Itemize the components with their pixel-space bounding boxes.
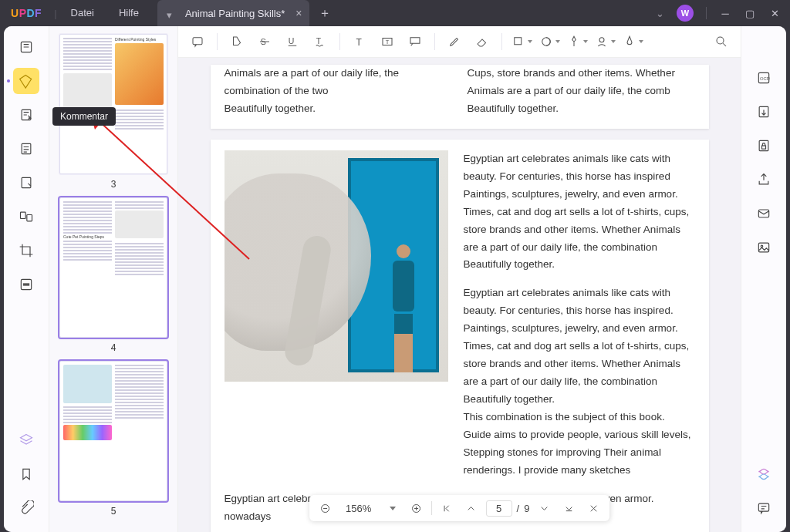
layers-button[interactable]	[13, 427, 39, 453]
zoom-out-button[interactable]	[316, 498, 336, 518]
email-button[interactable]	[751, 200, 777, 227]
convert-button[interactable]	[751, 99, 777, 125]
ocr-button[interactable]: OCR	[751, 65, 777, 91]
annotation-toolbar: S U T T T	[178, 26, 741, 58]
thumbnail-page-4[interactable]: Cute Pet Pointing Steps	[59, 197, 167, 338]
new-tab-button[interactable]: ＋	[314, 2, 336, 24]
note-tool[interactable]	[184, 30, 211, 53]
thumbnail-panel: Different Pointing Styles 3	[49, 26, 178, 532]
bookmarks-button[interactable]	[13, 461, 39, 487]
doc-text: Animals are a part of our daily life, th…	[225, 65, 452, 100]
thumbnail-label-4: 4	[49, 342, 177, 353]
redact-button[interactable]	[13, 271, 39, 298]
squiggly-tool[interactable]: T	[307, 30, 333, 53]
doc-text: This combination is the subject of this …	[464, 409, 695, 480]
stamp-tool[interactable]	[536, 30, 562, 53]
close-pagebar-button[interactable]	[583, 498, 603, 518]
thumbnail-page-3[interactable]: Different Pointing Styles	[59, 34, 167, 174]
svg-rect-34	[758, 503, 768, 511]
tab-title: Animal Painting Skills*	[185, 8, 285, 19]
svg-rect-10	[193, 38, 202, 45]
left-tool-rail	[4, 26, 49, 532]
document-tab[interactable]: ▾ Animal Painting Skills* ×	[157, 0, 310, 26]
page-sep: /	[517, 503, 520, 514]
first-page-button[interactable]	[437, 498, 457, 518]
comment-tool-button[interactable]	[13, 68, 39, 94]
organize-pages-button[interactable]	[13, 204, 39, 230]
menu-help[interactable]: Hilfe	[106, 0, 151, 26]
doc-text: Beautifully together.	[468, 100, 695, 118]
document-area: S U T T T Animals are a part	[178, 26, 741, 532]
svg-rect-6	[21, 212, 26, 218]
doc-text: Cups, store brands and other items. Whet…	[468, 65, 695, 82]
page-tools-button[interactable]	[13, 136, 39, 162]
svg-rect-7	[27, 215, 32, 221]
zoom-dropdown[interactable]	[382, 498, 402, 518]
edit-pdf-button[interactable]	[13, 102, 39, 128]
right-tool-rail: OCR	[741, 26, 786, 532]
user-avatar[interactable]: W	[677, 5, 694, 22]
svg-rect-5	[22, 177, 31, 187]
menu-file[interactable]: Datei	[59, 0, 106, 26]
signature-tool[interactable]	[592, 30, 618, 53]
maximize-button[interactable]: ▢	[744, 8, 756, 19]
thumbnail-label-5: 5	[49, 506, 177, 517]
underline-tool[interactable]: U	[279, 30, 306, 53]
protect-button[interactable]	[751, 133, 777, 159]
prev-page-button[interactable]	[461, 498, 481, 518]
svg-text:T: T	[356, 37, 363, 48]
svg-rect-32	[758, 243, 768, 252]
svg-rect-20	[514, 38, 521, 45]
svg-point-23	[717, 37, 724, 44]
text-tool[interactable]: T	[346, 30, 373, 53]
tab-dropdown-icon[interactable]: ▾	[167, 9, 174, 17]
close-window-button[interactable]: ✕	[768, 8, 781, 19]
share-button[interactable]	[751, 167, 777, 193]
thumbnail-page-5[interactable]	[59, 361, 167, 501]
fill-sign-button[interactable]	[13, 170, 39, 196]
ai-assistant-button[interactable]	[751, 461, 777, 487]
svg-text:T: T	[316, 36, 322, 45]
svg-rect-19	[410, 38, 420, 44]
pin-tool[interactable]	[564, 30, 590, 53]
callout-tool[interactable]	[402, 30, 428, 53]
thumbnail-label-3: 3	[49, 179, 177, 190]
shape-tool[interactable]	[508, 30, 535, 53]
last-page-button[interactable]	[559, 498, 579, 518]
eraser-tool[interactable]	[469, 30, 495, 53]
app-logo: UPDF	[0, 7, 52, 19]
export-image-button[interactable]	[751, 234, 777, 261]
pencil-tool[interactable]	[441, 30, 468, 53]
textbox-tool[interactable]: T	[374, 30, 400, 53]
doc-image-elephant	[225, 150, 448, 382]
svg-text:U: U	[289, 36, 295, 45]
zoom-in-button[interactable]	[407, 498, 427, 518]
doc-text: Egyptian art celebrates animals like cat…	[464, 150, 695, 274]
svg-rect-30	[762, 146, 766, 149]
svg-rect-31	[758, 210, 768, 217]
doc-text: Beautifully together.	[225, 100, 452, 118]
zoom-value: 156%	[340, 503, 377, 514]
next-page-button[interactable]	[534, 498, 554, 518]
crop-button[interactable]	[13, 237, 39, 264]
search-button[interactable]	[708, 30, 734, 53]
svg-text:OCR: OCR	[760, 76, 770, 81]
page-navigation-bar: 156% 5 / 9	[309, 495, 610, 521]
ink-tool[interactable]	[620, 30, 646, 53]
doc-text: Animals are a part of our daily life, th…	[468, 82, 695, 100]
doc-text: Egyptian art celebrates animals like cat…	[464, 285, 695, 409]
attachments-button[interactable]	[13, 495, 39, 521]
tab-close-icon[interactable]: ×	[295, 7, 302, 19]
current-page-input[interactable]: 5	[486, 500, 512, 517]
total-pages: 9	[524, 503, 529, 514]
tooltip-comment: Kommentar	[52, 107, 116, 126]
comments-panel-button[interactable]	[751, 495, 777, 521]
titlebar: UPDF | Datei Hilfe ▾ Animal Painting Ski…	[0, 0, 790, 26]
strikethrough-tool[interactable]: S	[252, 30, 278, 53]
svg-text:T: T	[386, 39, 390, 45]
svg-point-22	[599, 38, 604, 42]
reader-mode-button[interactable]	[13, 34, 39, 60]
recent-dropdown-icon[interactable]: ⌄	[656, 8, 664, 19]
minimize-button[interactable]: ─	[719, 8, 731, 19]
highlight-tool[interactable]	[224, 30, 250, 53]
